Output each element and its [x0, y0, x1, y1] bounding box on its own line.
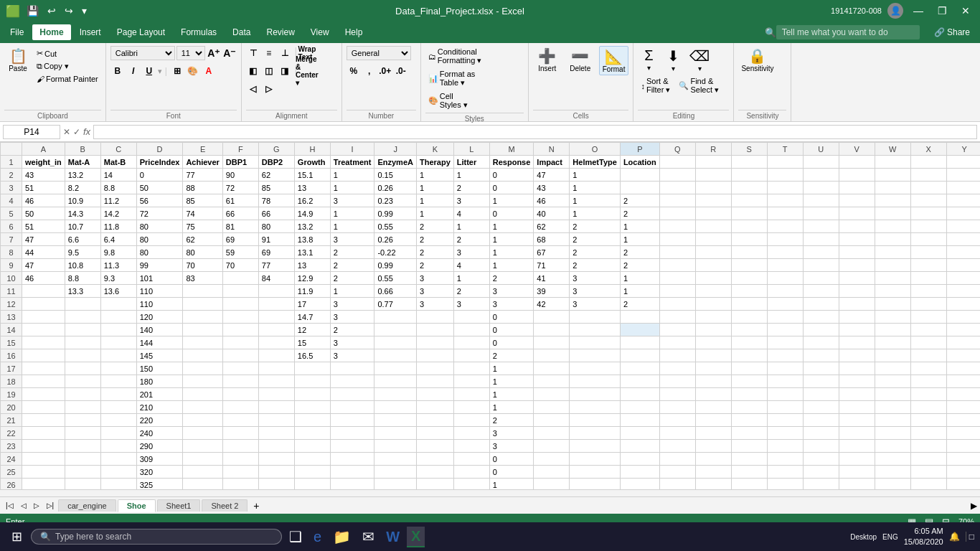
table-cell[interactable]: [534, 362, 570, 375]
table-cell[interactable]: [875, 479, 910, 490]
table-cell[interactable]: [731, 479, 767, 490]
table-cell[interactable]: [330, 401, 374, 414]
comma-button[interactable]: ,: [362, 64, 377, 78]
table-cell[interactable]: [374, 349, 417, 362]
fill-color-button[interactable]: 🎨: [186, 64, 200, 78]
autosum-button[interactable]: Σ ▾: [638, 46, 659, 74]
table-cell[interactable]: [222, 324, 258, 336]
table-cell[interactable]: [910, 453, 946, 466]
table-cell[interactable]: 3: [570, 298, 621, 311]
table-cell[interactable]: 8.8: [100, 182, 136, 194]
table-cell[interactable]: [767, 466, 803, 479]
table-cell[interactable]: [183, 401, 222, 414]
table-cell[interactable]: [875, 388, 910, 401]
table-cell[interactable]: [946, 375, 980, 388]
table-cell[interactable]: [767, 440, 803, 453]
table-cell[interactable]: 71: [534, 259, 570, 272]
table-cell[interactable]: [534, 349, 570, 362]
table-cell[interactable]: [946, 466, 980, 479]
table-cell[interactable]: 2: [330, 324, 374, 336]
table-cell[interactable]: [183, 440, 222, 453]
table-header-cell[interactable]: PriceIndex: [136, 156, 183, 169]
cancel-formula-icon[interactable]: ✕: [63, 127, 70, 137]
col-header-M[interactable]: M: [489, 143, 534, 156]
table-cell[interactable]: [731, 272, 767, 285]
table-cell[interactable]: [620, 401, 659, 414]
table-cell[interactable]: [695, 207, 731, 220]
table-cell[interactable]: 2: [330, 272, 374, 285]
table-cell[interactable]: [620, 388, 659, 401]
table-cell[interactable]: [659, 169, 695, 182]
table-cell[interactable]: [946, 233, 980, 246]
table-cell[interactable]: [258, 375, 294, 388]
table-cell[interactable]: [100, 324, 136, 336]
table-cell[interactable]: [100, 466, 136, 479]
table-cell[interactable]: 46: [534, 194, 570, 207]
table-cell[interactable]: [803, 427, 839, 440]
table-cell[interactable]: [839, 272, 875, 285]
table-cell[interactable]: [910, 388, 946, 401]
table-cell[interactable]: [659, 349, 695, 362]
table-cell[interactable]: 1: [453, 169, 489, 182]
table-cell[interactable]: 3: [453, 298, 489, 311]
table-cell[interactable]: [839, 298, 875, 311]
table-cell[interactable]: [534, 453, 570, 466]
table-cell[interactable]: 9.3: [100, 272, 136, 285]
table-cell[interactable]: [767, 414, 803, 427]
table-cell[interactable]: [453, 401, 489, 414]
table-cell[interactable]: [910, 194, 946, 207]
table-cell[interactable]: [65, 362, 100, 375]
table-cell[interactable]: [875, 233, 910, 246]
table-cell[interactable]: [258, 440, 294, 453]
col-header-X[interactable]: X: [910, 143, 946, 156]
table-cell[interactable]: 1: [489, 233, 534, 246]
table-cell[interactable]: [294, 453, 330, 466]
table-cell[interactable]: [222, 388, 258, 401]
table-cell[interactable]: [659, 233, 695, 246]
table-cell[interactable]: [453, 375, 489, 388]
table-cell[interactable]: 1: [620, 233, 659, 246]
align-center-button[interactable]: ◫: [262, 64, 276, 78]
table-cell[interactable]: 11.2: [100, 194, 136, 207]
table-cell[interactable]: 2: [330, 259, 374, 272]
table-cell[interactable]: [731, 207, 767, 220]
table-cell[interactable]: [183, 453, 222, 466]
table-cell[interactable]: [695, 479, 731, 490]
table-cell[interactable]: [731, 349, 767, 362]
table-cell[interactable]: 2: [620, 194, 659, 207]
table-cell[interactable]: 8.2: [65, 182, 100, 194]
table-cell[interactable]: 3: [453, 194, 489, 207]
table-cell[interactable]: 1: [489, 388, 534, 401]
table-cell[interactable]: 14.7: [294, 311, 330, 324]
table-cell[interactable]: 1: [330, 207, 374, 220]
table-cell[interactable]: [22, 311, 65, 324]
table-cell[interactable]: 3: [330, 349, 374, 362]
table-cell[interactable]: [258, 285, 294, 298]
table-cell[interactable]: [659, 375, 695, 388]
table-cell[interactable]: [767, 427, 803, 440]
table-cell[interactable]: 13.6: [100, 285, 136, 298]
table-cell[interactable]: [22, 479, 65, 490]
table-cell[interactable]: 2: [620, 207, 659, 220]
table-cell[interactable]: 2: [570, 246, 621, 259]
align-right-button[interactable]: ◨: [278, 64, 292, 78]
table-cell[interactable]: [839, 336, 875, 349]
table-cell[interactable]: [659, 156, 695, 169]
table-cell[interactable]: 56: [136, 194, 183, 207]
table-cell[interactable]: [910, 427, 946, 440]
col-header-L[interactable]: L: [453, 143, 489, 156]
table-cell[interactable]: [453, 311, 489, 324]
table-cell[interactable]: [695, 285, 731, 298]
table-cell[interactable]: [330, 453, 374, 466]
menu-home[interactable]: Home: [32, 24, 70, 40]
quick-redo-icon[interactable]: ↪: [62, 4, 75, 18]
table-cell[interactable]: [731, 362, 767, 375]
table-cell[interactable]: [839, 246, 875, 259]
cell-reference-input[interactable]: [3, 125, 60, 139]
table-cell[interactable]: 1: [416, 194, 453, 207]
table-cell[interactable]: [100, 453, 136, 466]
col-header-T[interactable]: T: [767, 143, 803, 156]
table-cell[interactable]: [534, 311, 570, 324]
edge-icon[interactable]: e: [309, 527, 326, 547]
table-cell[interactable]: 0.26: [374, 182, 417, 194]
